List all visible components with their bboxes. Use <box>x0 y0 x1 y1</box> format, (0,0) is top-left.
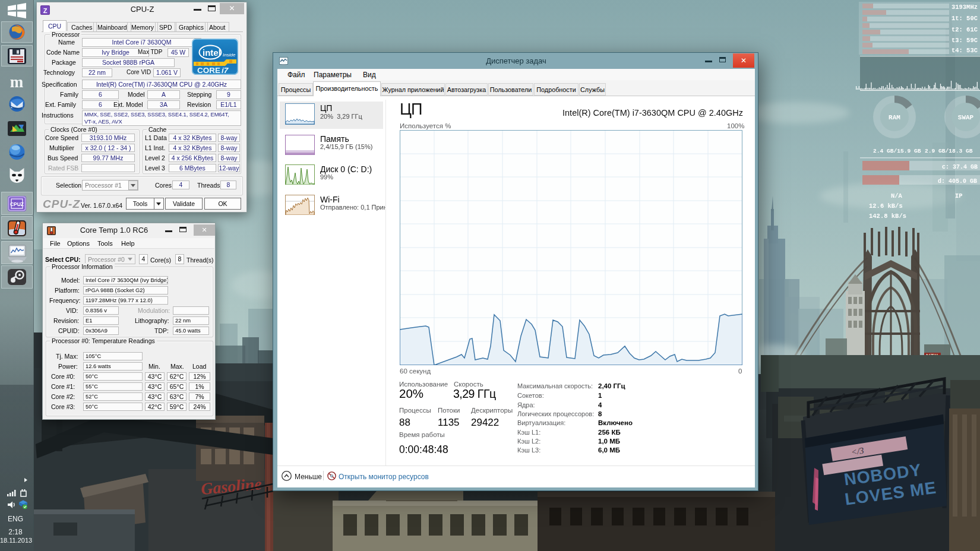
svg-text:m: m <box>10 73 24 91</box>
svg-text:2.9 GB/18.3 GB: 2.9 GB/18.3 GB <box>925 148 973 154</box>
svg-text:d: 405.0 GB: d: 405.0 GB <box>938 178 977 185</box>
svg-text:Inside: Inside <box>223 52 236 58</box>
svg-text:3193MHz: 3193MHz <box>951 4 978 11</box>
svg-text:t2: 61C: t2: 61C <box>951 26 978 33</box>
svg-text:12.6 kB/s: 12.6 kB/s <box>869 202 903 210</box>
svg-text:</3: </3 <box>851 445 865 457</box>
svg-text:2.4 GB/15.9 GB: 2.4 GB/15.9 GB <box>873 148 921 154</box>
svg-text:i7: i7 <box>222 66 229 75</box>
svg-text:IP: IP <box>955 192 963 200</box>
svg-text:SWAP: SWAP <box>958 114 974 121</box>
svg-text:CPUZ: CPUZ <box>10 201 24 207</box>
svg-text:ENG: ENG <box>8 515 23 523</box>
svg-text:c: 37.4 GB: c: 37.4 GB <box>942 164 978 170</box>
svg-text:2:18: 2:18 <box>8 528 23 536</box>
svg-text:intel: intel <box>203 48 221 58</box>
svg-text:N/A: N/A <box>891 192 903 200</box>
svg-text:18.11.2013: 18.11.2013 <box>0 537 32 544</box>
svg-text:1t: 50C: 1t: 50C <box>951 15 978 22</box>
svg-text:142.8 kB/s: 142.8 kB/s <box>869 213 906 220</box>
svg-text:RAM: RAM <box>889 114 900 121</box>
svg-text:t3: 59C: t3: 59C <box>951 37 978 44</box>
svg-text:CORE: CORE <box>197 66 220 75</box>
svg-text:t4: 53C: t4: 53C <box>951 47 978 54</box>
